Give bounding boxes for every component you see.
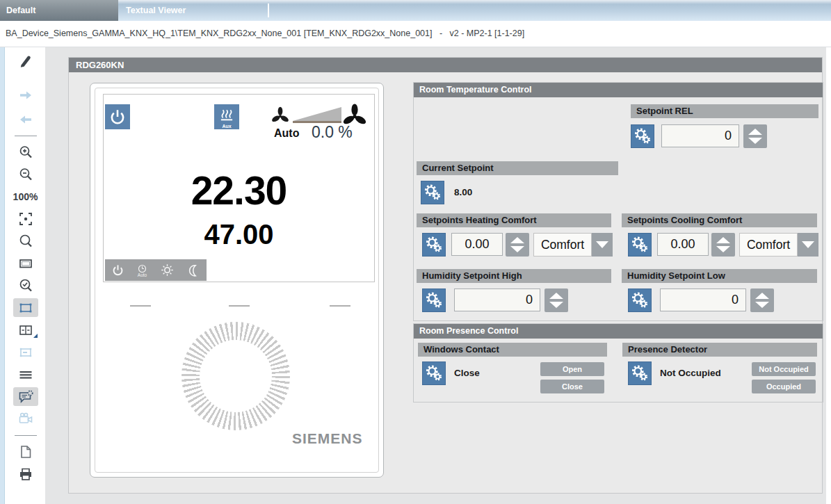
mode-comfort-sun-icon[interactable] bbox=[160, 263, 175, 277]
temperature-value: 22.30 bbox=[104, 170, 374, 211]
room-temperature-control-section: Room Temperature Control Setpoint REL Cu… bbox=[413, 82, 823, 321]
chevron-down-icon bbox=[596, 241, 608, 248]
humidity-low-spinner[interactable] bbox=[750, 288, 774, 312]
windows-close-button[interactable]: Close bbox=[540, 380, 604, 393]
humidity-high-input[interactable] bbox=[454, 288, 540, 311]
spinner-up-icon[interactable] bbox=[716, 237, 730, 243]
heating-comfort-gear-button[interactable] bbox=[422, 233, 446, 257]
windows-open-button[interactable]: Open bbox=[540, 362, 604, 376]
mode-bar: Auto bbox=[105, 259, 207, 281]
heating-comfort-mode-dropdown[interactable]: Comfort bbox=[533, 233, 613, 257]
submenu-indicator-icon bbox=[33, 334, 38, 338]
spinner-up-icon[interactable] bbox=[549, 293, 563, 299]
page-icon[interactable] bbox=[13, 442, 38, 461]
heating-comfort-spinner[interactable] bbox=[506, 233, 529, 257]
current-setpoint-label: Current Setpoint bbox=[417, 161, 618, 175]
magnifier-icon[interactable] bbox=[13, 231, 38, 250]
printer-icon[interactable] bbox=[13, 464, 38, 483]
tab-textual-viewer[interactable]: Textual Viewer bbox=[118, 0, 268, 21]
device-panel: RDG260KN Aux Auto 0.0 % bbox=[68, 57, 823, 494]
current-setpoint-gear-button[interactable] bbox=[421, 181, 444, 204]
touch-key-dash[interactable] bbox=[229, 305, 250, 307]
setpoint-rel-input[interactable] bbox=[661, 124, 739, 147]
toolbar-divider bbox=[15, 435, 37, 436]
presence-detector-gear-button[interactable] bbox=[628, 361, 652, 385]
zoom-out-icon[interactable] bbox=[13, 165, 38, 184]
camera-icon[interactable] bbox=[13, 409, 38, 428]
humidity-high-gear-button[interactable] bbox=[422, 288, 446, 312]
humidity-value: 47.00 bbox=[104, 220, 374, 249]
rotary-dial-center bbox=[200, 340, 272, 412]
spinner-up-icon[interactable] bbox=[510, 237, 524, 243]
arrow-right-icon[interactable] bbox=[13, 86, 38, 104]
humidity-high-spinner[interactable] bbox=[544, 288, 568, 312]
occupied-button[interactable]: Occupied bbox=[752, 380, 816, 393]
zoom-in-icon[interactable] bbox=[13, 143, 38, 161]
windows-contact-gear-button[interactable] bbox=[422, 361, 446, 385]
magnifier-check-icon[interactable] bbox=[13, 276, 38, 295]
cooling-comfort-spinner[interactable] bbox=[711, 233, 735, 257]
rotary-dial[interactable] bbox=[181, 322, 290, 430]
setpoint-rel-label: Setpoint REL bbox=[631, 104, 818, 118]
room-presence-control-section: Room Presence Control Windows Contact Pr… bbox=[413, 323, 823, 403]
pen-icon[interactable] bbox=[13, 51, 38, 70]
not-occupied-button[interactable]: Not Occupied bbox=[752, 362, 816, 376]
setpoints-cooling-comfort-label: Setpoints Cooling Comfort bbox=[622, 213, 817, 227]
humidity-setpoint-high-label: Humidity Setpoint High bbox=[417, 269, 611, 283]
touch-key-dash[interactable] bbox=[330, 305, 350, 307]
arrow-left-icon[interactable] bbox=[13, 110, 38, 129]
spinner-down-icon[interactable] bbox=[716, 246, 730, 252]
power-button[interactable] bbox=[105, 104, 130, 129]
fit-view-icon[interactable] bbox=[13, 209, 38, 228]
breadcrumb-bar: BA_Device_Siemens_GAMMA_KNX_HQ_1\TEM_KNX… bbox=[0, 21, 831, 47]
panel-title: RDG260KN bbox=[69, 58, 822, 72]
selection-frame-icon[interactable] bbox=[13, 298, 38, 317]
touch-key-dash[interactable] bbox=[130, 305, 151, 307]
mode-auto-icon[interactable]: Auto bbox=[137, 263, 147, 277]
cooling-comfort-gear-button[interactable] bbox=[628, 233, 652, 257]
humidity-low-gear-button[interactable] bbox=[628, 288, 652, 312]
fan-output-value: 0.0 % bbox=[312, 123, 353, 142]
room-presence-control-title: Room Presence Control bbox=[414, 324, 823, 339]
dropdown-button[interactable] bbox=[798, 233, 818, 257]
heating-comfort-input[interactable] bbox=[451, 233, 503, 256]
humidity-low-input[interactable] bbox=[660, 288, 746, 311]
aux-heat-button[interactable]: Aux bbox=[214, 104, 239, 129]
current-setpoint-value: 8.00 bbox=[454, 181, 472, 204]
spinner-up-icon[interactable] bbox=[755, 293, 769, 299]
cooling-comfort-mode-value: Comfort bbox=[739, 233, 798, 257]
rectangle-icon[interactable] bbox=[13, 254, 38, 273]
dropdown-button[interactable] bbox=[592, 233, 613, 257]
heating-comfort-mode-value: Comfort bbox=[533, 233, 592, 257]
tab-default[interactable]: Default bbox=[0, 0, 118, 21]
light-frame-icon[interactable] bbox=[13, 343, 38, 361]
presence-detector-label: Presence Detector bbox=[622, 343, 817, 357]
presence-detector-value: Not Occupied bbox=[660, 361, 721, 385]
mode-night-moon-icon[interactable] bbox=[187, 263, 200, 277]
spinner-down-icon[interactable] bbox=[510, 246, 524, 252]
breadcrumb: BA_Device_Siemens_GAMMA_KNX_HQ_1\TEM_KNX… bbox=[6, 29, 524, 38]
fan-speed-ramp bbox=[293, 107, 341, 121]
mode-power-icon[interactable] bbox=[111, 263, 124, 277]
setpoint-rel-gear-button[interactable] bbox=[631, 124, 654, 148]
tab-bar: Default Textual Viewer bbox=[0, 0, 831, 21]
fan-small-icon bbox=[271, 106, 290, 125]
spinner-down-icon[interactable] bbox=[549, 302, 563, 308]
menu-lines-icon[interactable] bbox=[13, 365, 38, 384]
setpoint-rel-spinner[interactable] bbox=[743, 124, 767, 148]
brand-logo: SIEMENS bbox=[292, 430, 363, 447]
spinner-down-icon[interactable] bbox=[755, 302, 769, 308]
toolbar: 100% bbox=[6, 51, 45, 504]
cooling-comfort-mode-dropdown[interactable]: Comfort bbox=[739, 233, 818, 257]
split-panes-icon[interactable] bbox=[13, 320, 38, 339]
spinner-up-icon[interactable] bbox=[748, 129, 762, 135]
spinner-down-icon[interactable] bbox=[748, 138, 762, 144]
tab-divider bbox=[268, 3, 269, 17]
comment-gear-icon[interactable] bbox=[13, 387, 38, 406]
cooling-comfort-input[interactable] bbox=[657, 233, 709, 256]
left-edge-strip bbox=[0, 47, 5, 504]
workspace: RDG260KN Aux Auto 0.0 % bbox=[45, 47, 826, 504]
toolbar-divider bbox=[15, 136, 37, 136]
zoom-level-label[interactable]: 100% bbox=[13, 187, 38, 206]
thermostat-face: Aux Auto 0.0 % 22.30 47.00 bbox=[95, 88, 379, 473]
